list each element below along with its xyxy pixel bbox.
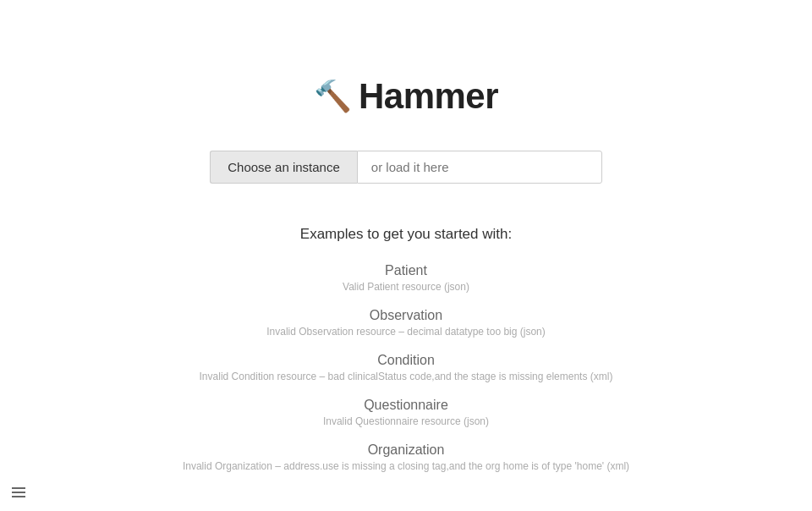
examples-section: Examples to get you started with: Patien… (0, 226, 812, 487)
example-questionnaire-name: Questionnaire (364, 398, 448, 413)
example-condition-desc: Invalid Condition resource – bad clinica… (200, 371, 613, 382)
menu-line-2 (12, 492, 25, 493)
input-row: Choose an instance (210, 151, 602, 184)
menu-line-3 (12, 496, 25, 497)
example-organization-desc: Invalid Organization – address.use is mi… (183, 460, 629, 472)
example-patient-desc: Valid Patient resource (json) (343, 281, 469, 293)
app-title: Hammer (359, 76, 498, 117)
menu-button[interactable] (8, 484, 29, 501)
main-content: 🔨 Hammer Choose an instance Examples to … (0, 0, 812, 487)
example-condition[interactable]: Condition Invalid Condition resource – b… (200, 353, 613, 382)
example-questionnaire-desc: Invalid Questionnaire resource (json) (323, 415, 489, 427)
example-questionnaire[interactable]: Questionnaire Invalid Questionnaire reso… (323, 398, 489, 427)
choose-instance-button[interactable]: Choose an instance (210, 151, 357, 184)
menu-line-1 (12, 487, 25, 489)
example-organization-name: Organization (368, 442, 445, 458)
example-observation[interactable]: Observation Invalid Observation resource… (266, 308, 546, 338)
example-patient-name: Patient (385, 263, 427, 278)
example-organization[interactable]: Organization Invalid Organization – addr… (183, 442, 629, 472)
example-patient[interactable]: Patient Valid Patient resource (json) (343, 263, 469, 293)
example-observation-desc: Invalid Observation resource – decimal d… (266, 326, 546, 338)
example-observation-name: Observation (370, 308, 442, 323)
hammer-icon: 🔨 (314, 79, 352, 114)
load-input[interactable] (357, 151, 602, 184)
title-row: 🔨 Hammer (314, 76, 498, 117)
examples-title: Examples to get you started with: (300, 226, 512, 243)
example-condition-name: Condition (377, 353, 435, 368)
